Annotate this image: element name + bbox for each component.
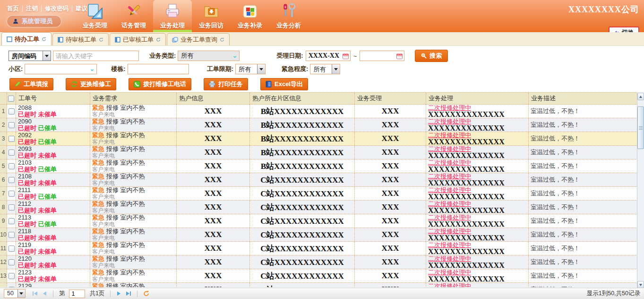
fill-order-button[interactable]: 工单填报 (9, 78, 53, 90)
table-row[interactable]: 9 2113 已超时 已催单 紧急 报修 室内不热 客户来电 XXX C站XXX… (0, 214, 644, 228)
prev-page-button[interactable] (43, 291, 47, 296)
tab-refresh-icon[interactable] (42, 37, 46, 42)
table-row[interactable]: 7 2111 已超时 已催单 紧急 报修 室内不热 客户来电 XXX C站XXX… (0, 187, 644, 201)
nav-business-analysis[interactable]: 业务分析 (269, 0, 308, 32)
select-all-checkbox[interactable] (8, 96, 14, 102)
col-header-area-info[interactable]: 热户所在片区信息 (249, 93, 354, 104)
table-row[interactable]: 1 2088 已超时 未催单 紧急 报修 室内不热 客户来电 XXX B站XXX… (0, 105, 644, 118)
page-size-select[interactable]: 50 (4, 289, 26, 298)
table-row[interactable]: 2 2090 已超时 已催单 紧急 报修 室内不热 客户来电 XXX B站XXX… (0, 118, 644, 132)
row-checkbox[interactable] (9, 246, 15, 252)
excel-export-button[interactable]: Excel导出 (260, 78, 308, 90)
tab-order-query[interactable]: 业务工单查询 (167, 33, 230, 45)
date-from-field[interactable]: XXXX-XX (306, 51, 351, 61)
process-detail: XXXXXXXXXXXXXX (428, 207, 526, 214)
col-header-desc[interactable]: 业务描述 (528, 93, 637, 104)
cell-heat-info: XXX (176, 255, 249, 269)
row-checkbox[interactable] (9, 204, 15, 211)
change-worker-button[interactable]: 更换维修工 (66, 78, 116, 90)
first-page-button[interactable] (32, 291, 38, 296)
col-header-process[interactable]: 业务处理 (426, 93, 528, 104)
set-square-icon (86, 2, 104, 20)
cell-description: 室温过低，不热！ (528, 255, 637, 269)
col-header-heat-info[interactable]: 热户信息 (176, 93, 249, 104)
dropdown-arrow-icon[interactable] (43, 51, 51, 61)
tab-refresh-icon[interactable] (220, 37, 224, 42)
cell-description: 室温过低，不热！ (528, 201, 637, 214)
search-field-select[interactable]: 房间编码 (9, 51, 51, 61)
next-page-button[interactable] (116, 291, 121, 296)
row-checkbox[interactable] (9, 259, 15, 265)
current-user-badge[interactable]: 系统管理员 (7, 15, 61, 27)
table-row[interactable]: 6 2108 已超时 未催单 紧急 报修 室内不热 客户来电 XXX C站XXX… (0, 173, 644, 187)
table-row[interactable]: 10 2118 已超时 未催单 紧急 报修 室内不热 客户来电 XXX C站XX… (0, 228, 644, 242)
last-page-button[interactable] (125, 291, 131, 296)
nav-business-accept[interactable]: 业务受理 (76, 0, 114, 32)
switch-button[interactable]: 切换 (609, 26, 639, 32)
row-checkbox[interactable] (9, 232, 15, 238)
row-checkbox[interactable] (9, 136, 15, 142)
demand-text: 报修 室内不热 (106, 201, 145, 207)
row-checkbox[interactable] (9, 163, 15, 169)
vertical-scrollbar[interactable] (637, 92, 644, 289)
nav-business-process[interactable]: 业务处理 (153, 0, 192, 32)
table-row[interactable]: 13 2123 已超时 未催单 紧急 报修 室内不热 客户来电 XXX C站XX… (0, 269, 644, 283)
building-input[interactable] (128, 64, 189, 74)
table-row[interactable]: 4 2093 已超时 未催单 紧急 报修 室内不热 客户来电 XXX B站XXX… (0, 146, 644, 159)
pagination-bar: 50 第 共1页 显示1到50,共50记录 (0, 288, 644, 299)
table-row[interactable]: 8 2112 已超时 未催单 紧急 报修 室内不热 客户来电 XXX C站XXX… (0, 201, 644, 214)
nav-business-callback[interactable]: 业务回访 (192, 0, 231, 32)
row-checkbox[interactable] (9, 177, 15, 183)
col-header-accept[interactable]: 业务受理 (354, 93, 426, 104)
refresh-button[interactable] (143, 290, 149, 297)
table-row[interactable]: 5 2103 已超时 已催单 紧急 报修 室内不热 客户来电 XXX B站XXX… (0, 159, 644, 173)
community-select[interactable]: ⌄ (25, 64, 97, 74)
dropdown-arrow-icon[interactable] (257, 64, 265, 74)
dropdown-arrow-icon[interactable] (332, 64, 340, 74)
overtime-badge: 已超时 (18, 207, 36, 214)
table-row[interactable]: 14 2129 已超时 未催单 紧急 报修 室内不热 客户来电 XXX C站XX… (0, 283, 644, 287)
row-checkbox[interactable] (9, 122, 15, 128)
table-row[interactable]: 3 2092 已超时 已催单 紧急 报修 室内不热 客户来电 XXX B站XXX… (0, 132, 644, 146)
table-row[interactable]: 12 2120 已超时 未催单 紧急 报修 室内不热 客户来电 XXX C站XX… (0, 255, 644, 269)
row-checkbox[interactable] (9, 273, 15, 279)
link-home[interactable]: 首页 (4, 5, 23, 12)
link-logout[interactable]: 注销 (23, 5, 42, 12)
dropdown-arrow-icon[interactable] (17, 290, 25, 298)
cell-description: 室温过低，不热！ (528, 118, 637, 132)
date-to-field[interactable] (360, 51, 404, 61)
page-number-input[interactable] (69, 290, 85, 298)
tab-reviewed-orders[interactable]: 已审核工单 (110, 33, 166, 45)
urgency-select[interactable]: 所有 (310, 64, 340, 74)
col-header-order-no[interactable]: 工单号 (16, 93, 90, 104)
calendar-icon[interactable] (396, 53, 403, 59)
search-button[interactable]: 搜索 (415, 50, 448, 62)
calendar-icon[interactable] (343, 53, 349, 59)
table-row[interactable]: 11 2119 已超时 未催单 紧急 报修 室内不热 客户来电 XXX C站XX… (0, 242, 644, 255)
print-task-button[interactable]: 打印任务 (204, 78, 248, 90)
scroll-up-button[interactable] (637, 93, 644, 100)
source-text: 客户来电 (92, 207, 174, 214)
business-type-select[interactable]: 所有 ⌄ (178, 51, 240, 61)
row-checkbox[interactable] (9, 191, 15, 197)
tab-refresh-icon[interactable] (156, 37, 161, 42)
nav-business-supplement[interactable]: 业务补录 (231, 0, 269, 32)
nav-call-management[interactable]: 话务管理 (114, 0, 153, 32)
phone-icon (134, 81, 140, 88)
row-checkbox[interactable] (9, 287, 15, 288)
tab-refresh-icon[interactable] (99, 37, 103, 42)
tab-to-review-orders[interactable]: 待审核工单 (52, 33, 109, 45)
call-worker-button[interactable]: 拨打维修工电话 (129, 78, 191, 90)
row-checkbox[interactable] (9, 108, 15, 114)
source-text: 客户来电 (92, 221, 174, 228)
deadline-select[interactable]: 所有 (235, 64, 266, 74)
urgency-label: 紧急程度: (282, 65, 308, 73)
reminder-badge: 未催单 (38, 111, 57, 118)
tab-pending-orders[interactable]: 待办工单 (1, 32, 52, 45)
link-change-password[interactable]: 修改密码 (42, 5, 72, 12)
keyword-input[interactable] (53, 51, 139, 61)
scrollbar-thumb[interactable] (637, 106, 644, 149)
col-header-demand[interactable]: 业务需求 (90, 93, 176, 104)
row-checkbox[interactable] (9, 150, 15, 156)
row-checkbox[interactable] (9, 218, 15, 224)
